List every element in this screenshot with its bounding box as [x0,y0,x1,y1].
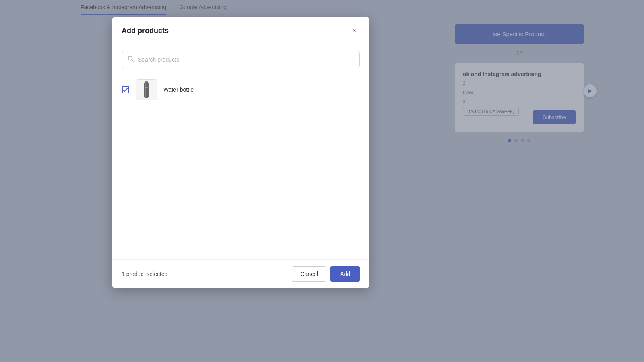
modal-close-button[interactable]: × [349,25,360,36]
product-thumbnail [136,79,157,100]
svg-rect-6 [145,86,148,86]
product-list: Water bottle [122,74,360,259]
modal-title: Add products [122,27,169,35]
svg-rect-5 [145,84,148,84]
svg-line-1 [132,60,134,62]
cancel-button[interactable]: Cancel [292,266,326,282]
product-checkbox[interactable] [122,86,130,94]
modal-body: Water bottle [112,43,369,259]
add-button[interactable]: Add [330,266,360,282]
close-icon: × [352,27,357,35]
product-name: Water bottle [163,86,194,93]
selected-count-label: 1 product selected [122,271,167,277]
svg-rect-2 [145,81,148,82]
modal-header: Add products × [112,17,369,43]
search-input[interactable] [138,56,354,63]
add-products-modal: Add products × [112,17,369,288]
checkbox-checked-indicator [122,86,129,93]
search-box [122,51,360,68]
footer-actions: Cancel Add [292,266,360,282]
svg-rect-4 [145,83,146,97]
modal-footer: 1 product selected Cancel Add [112,259,369,288]
svg-rect-7 [145,87,148,88]
list-item: Water bottle [122,74,360,105]
svg-rect-8 [145,89,148,89]
search-icon [128,56,134,64]
